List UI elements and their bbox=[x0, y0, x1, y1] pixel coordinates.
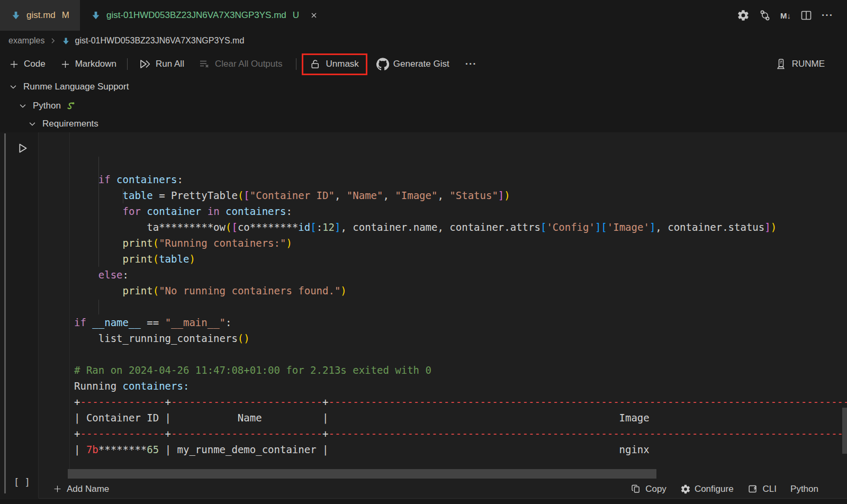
chevron-right-icon bbox=[49, 37, 57, 45]
more-actions-icon[interactable]: ··· bbox=[822, 10, 833, 21]
settings-gear-icon[interactable] bbox=[737, 9, 750, 22]
generate-gist-button[interactable]: Generate Gist bbox=[376, 58, 449, 70]
code-line bbox=[74, 346, 847, 362]
code-line: | 7b********65 | my_runme_demo_container… bbox=[74, 442, 847, 457]
code-line: # Ran on 2024-04-26 11:47:08+01:00 for 2… bbox=[74, 362, 847, 378]
runme-logo-icon bbox=[774, 58, 787, 70]
clear-all-outputs-label: Clear All Outputs bbox=[215, 59, 283, 69]
outline-label: Runme Language Support bbox=[23, 82, 129, 92]
run-all-icon bbox=[139, 58, 151, 70]
add-name-label: Add Name bbox=[67, 484, 109, 494]
run-all-button[interactable]: Run All bbox=[139, 58, 184, 70]
cell-footer-actions: Copy Configure CLI Python bbox=[630, 480, 818, 498]
plus-icon bbox=[60, 59, 71, 70]
cell-footer: Add Name Copy Configure CLI Python bbox=[39, 480, 847, 498]
code-line: ta*********ow([co********id[:12], contai… bbox=[74, 219, 847, 235]
copy-label: Copy bbox=[645, 484, 666, 494]
breadcrumb: examples gist-01HWD053BZ23JN6VA7X3NGP3YS… bbox=[8, 31, 244, 51]
cell-focus-indicator[interactable] bbox=[4, 133, 6, 493]
breadcrumb-file[interactable]: gist-01HWD053BZ23JN6VA7X3NGP3YS.md bbox=[75, 36, 244, 46]
run-all-label: Run All bbox=[156, 59, 184, 69]
bottom-strip bbox=[0, 499, 847, 504]
runme-label: RUNME bbox=[792, 59, 825, 69]
outline-label: Requirements bbox=[42, 119, 98, 129]
clear-all-outputs-button[interactable]: Clear All Outputs bbox=[198, 58, 283, 70]
plus-icon bbox=[8, 59, 20, 70]
code-line bbox=[74, 299, 847, 314]
git-modified-badge: M bbox=[62, 10, 69, 21]
configure-label: Configure bbox=[695, 484, 734, 494]
add-code-label: Code bbox=[24, 59, 46, 69]
chevron-down-icon[interactable] bbox=[8, 82, 18, 92]
tab-label: gist-01HWD053BZ23JN6VA7X3NGP3YS.md bbox=[106, 10, 286, 21]
code-line: +--------------+------------------------… bbox=[74, 426, 847, 442]
snake-emoji-icon bbox=[66, 101, 77, 111]
plus-icon bbox=[52, 484, 62, 494]
code-line: table = PrettyTable(["Container ID", "Na… bbox=[74, 187, 847, 203]
outline-item-requirements[interactable]: Requirements bbox=[28, 114, 98, 133]
code-line: print("Running containers:") bbox=[74, 235, 847, 251]
horizontal-scrollbar[interactable] bbox=[68, 469, 656, 479]
tab-gist-generated-md[interactable]: gist-01HWD053BZ23JN6VA7X3NGP3YS.md U bbox=[80, 0, 329, 31]
code-line: Running containers: bbox=[74, 378, 847, 394]
vertical-scrollbar[interactable] bbox=[842, 408, 847, 454]
code-lines: if containers: table = PrettyTable(["Con… bbox=[74, 172, 847, 457]
git-untracked-badge: U bbox=[293, 10, 299, 21]
add-code-button[interactable]: Code bbox=[8, 59, 46, 70]
unmask-label: Unmask bbox=[326, 59, 359, 69]
notebook-toolbar: Code Markdown Run All Clear All Outputs … bbox=[7, 51, 477, 77]
markdown-file-icon bbox=[11, 10, 21, 21]
tab-label: gist.md bbox=[26, 10, 56, 21]
outline-item-runme-language-support[interactable]: Runme Language Support bbox=[8, 77, 129, 96]
tab-bar: gist.md M gist-01HWD053BZ23JN6VA7X3NGP3Y… bbox=[0, 0, 847, 31]
code-line: print("No running containers found.") bbox=[74, 283, 847, 299]
run-cell-button[interactable] bbox=[15, 141, 30, 156]
toolbar-separator bbox=[296, 58, 296, 70]
markdown-file-icon bbox=[61, 37, 70, 46]
cli-icon bbox=[747, 483, 759, 495]
clear-all-outputs-icon bbox=[198, 58, 211, 70]
git-compare-icon[interactable] bbox=[759, 9, 771, 22]
unmask-button-highlight[interactable]: Unmask bbox=[302, 53, 367, 75]
code-line: for container in containers: bbox=[74, 203, 847, 219]
outline-label: Python bbox=[33, 101, 61, 111]
copy-button[interactable]: Copy bbox=[630, 483, 666, 494]
code-editor[interactable]: if containers: table = PrettyTable(["Con… bbox=[74, 140, 847, 457]
code-line: | Container ID | Name | Image bbox=[74, 410, 847, 426]
runme-brand: RUNME bbox=[774, 51, 825, 77]
chevron-down-icon[interactable] bbox=[18, 101, 28, 111]
outline-item-python[interactable]: Python bbox=[18, 96, 77, 115]
editor-actions: M↓ ··· bbox=[737, 0, 833, 31]
code-line: if containers: bbox=[74, 172, 847, 187]
cell-language-picker[interactable]: Python bbox=[790, 484, 818, 494]
chevron-down-icon[interactable] bbox=[28, 119, 37, 129]
code-line: else: bbox=[74, 267, 847, 283]
code-line: print(table) bbox=[74, 251, 847, 267]
unlock-icon bbox=[309, 58, 321, 70]
cell-state-indicator: [ ] bbox=[14, 477, 30, 488]
configure-button[interactable]: Configure bbox=[680, 484, 734, 494]
tab-gist-md[interactable]: gist.md M bbox=[0, 0, 80, 31]
split-editor-icon[interactable] bbox=[800, 9, 813, 22]
cli-button[interactable]: CLI bbox=[747, 483, 777, 495]
editor-left-border bbox=[69, 132, 70, 470]
cell-border bbox=[38, 132, 39, 498]
cell-language-label: Python bbox=[790, 484, 818, 494]
markdown-file-icon bbox=[91, 10, 101, 21]
github-octocat-icon bbox=[376, 58, 389, 70]
markdown-preview-icon[interactable]: M↓ bbox=[780, 11, 791, 20]
generate-gist-label: Generate Gist bbox=[393, 59, 449, 69]
toolbar-more-icon[interactable]: ··· bbox=[465, 58, 477, 70]
toolbar-separator bbox=[127, 58, 128, 70]
add-name-button[interactable]: Add Name bbox=[52, 484, 109, 494]
code-line: +--------------+------------------------… bbox=[74, 394, 847, 410]
code-line: if __name__ == "__main__": bbox=[74, 314, 847, 330]
add-markdown-button[interactable]: Markdown bbox=[60, 59, 116, 70]
close-tab-icon[interactable] bbox=[310, 11, 318, 20]
copy-icon bbox=[630, 483, 642, 494]
gear-icon bbox=[680, 484, 691, 494]
breadcrumb-folder[interactable]: examples bbox=[8, 36, 44, 46]
code-line: list_running_containers() bbox=[74, 330, 847, 346]
cli-label: CLI bbox=[763, 484, 777, 494]
add-markdown-label: Markdown bbox=[75, 59, 116, 69]
